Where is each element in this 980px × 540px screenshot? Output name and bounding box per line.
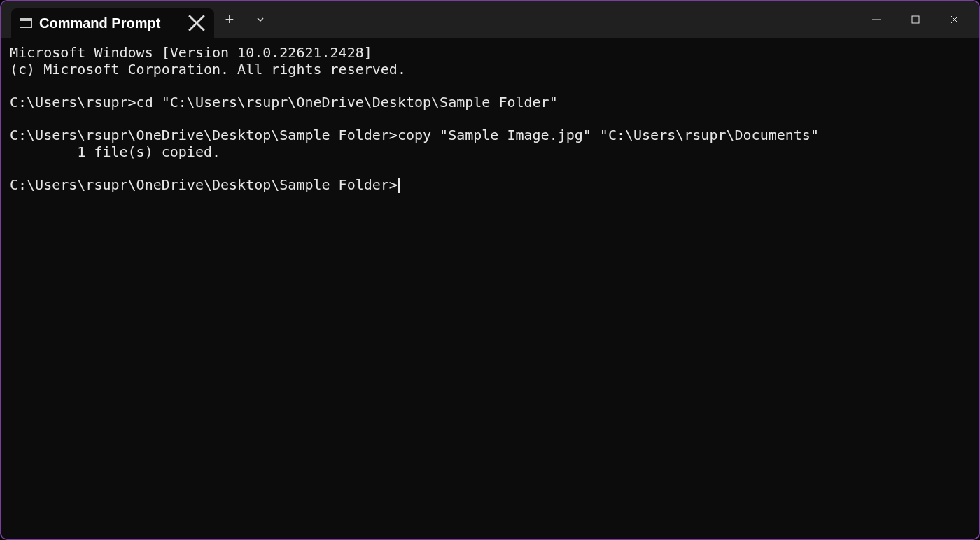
- new-tab-button[interactable]: +: [214, 1, 245, 38]
- close-icon: [188, 14, 206, 32]
- close-window-button[interactable]: [935, 6, 974, 34]
- cursor: [398, 178, 400, 193]
- terminal-line: [10, 160, 970, 177]
- active-tab[interactable]: Command Prompt: [11, 8, 214, 38]
- terminal-line: Microsoft Windows [Version 10.0.22621.24…: [10, 45, 970, 62]
- terminal-line: (c) Microsoft Corporation. All rights re…: [10, 62, 970, 78]
- titlebar-drag-region[interactable]: [276, 1, 857, 38]
- terminal-line: [10, 78, 970, 94]
- close-icon: [950, 15, 960, 24]
- chevron-down-icon: [256, 15, 265, 24]
- command-prompt-icon: [20, 18, 32, 28]
- tab-title: Command Prompt: [39, 15, 160, 31]
- svg-rect-0: [912, 16, 919, 23]
- terminal-line: C:\Users\rsupr\OneDrive\Desktop\Sample F…: [10, 127, 970, 144]
- maximize-button[interactable]: [896, 6, 935, 34]
- terminal-line: C:\Users\rsupr>cd "C:\Users\rsupr\OneDri…: [10, 94, 970, 111]
- terminal-output[interactable]: Microsoft Windows [Version 10.0.22621.24…: [1, 38, 979, 539]
- maximize-icon: [911, 15, 920, 24]
- minimize-button[interactable]: [857, 6, 896, 34]
- terminal-line: 1 file(s) copied.: [10, 144, 970, 161]
- terminal-prompt: C:\Users\rsupr\OneDrive\Desktop\Sample F…: [10, 177, 970, 194]
- titlebar: Command Prompt +: [1, 1, 979, 38]
- minimize-icon: [872, 15, 881, 24]
- terminal-line: [10, 111, 970, 127]
- window-controls: [857, 1, 979, 38]
- close-tab-button[interactable]: [188, 14, 206, 32]
- tab-dropdown-button[interactable]: [245, 1, 276, 38]
